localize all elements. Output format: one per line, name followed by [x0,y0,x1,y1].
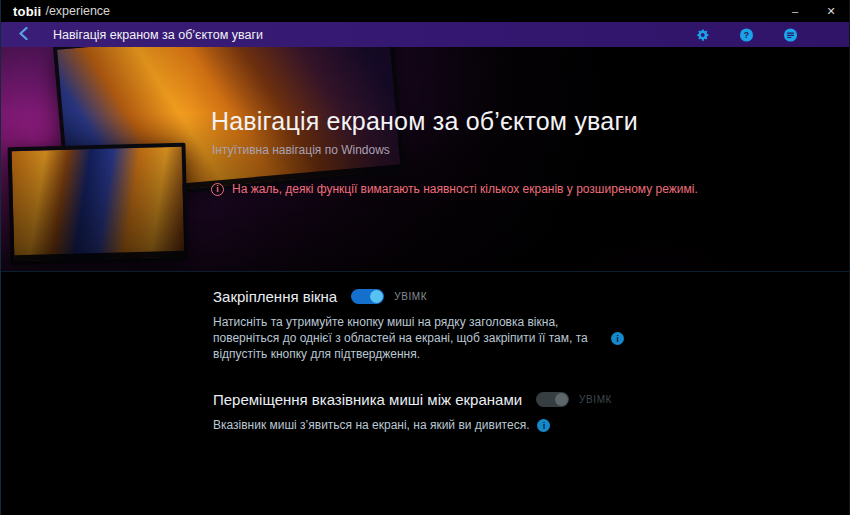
close-button[interactable]: ✕ [813,0,849,22]
setting-title: Переміщення вказівника миші між екранами [213,391,522,408]
back-button[interactable] [1,22,45,47]
feedback-icon[interactable] [783,27,798,42]
chevron-left-icon [18,26,29,44]
settings-content: Закріплення вікна УВІМК Натисніть та утр… [1,272,849,434]
app-window: tobii /experience – ✕ Навігація екраном … [0,0,850,515]
toggle-knob [555,393,568,406]
window-snapping-toggle[interactable] [351,289,384,304]
hero-content: Навігація екраном за об’єктом уваги Інту… [211,107,698,196]
gear-icon[interactable] [695,27,710,42]
setting-description: Натисніть та утримуйте кнопку миші на ря… [213,315,603,363]
toggle-knob [370,290,383,303]
setting-description: Вказівник миші з’явиться на екрані, на я… [213,418,529,434]
toggle-state-label: УВІМК [579,394,612,405]
hero-banner: Навігація екраном за об’єктом уваги Інту… [1,47,849,272]
info-icon[interactable]: i [611,332,624,345]
svg-text:?: ? [744,30,749,40]
mouse-warp-toggle [536,392,569,407]
app-name: /experience [45,4,110,18]
warning-row: i На жаль, деякі функції вимагають наявн… [211,182,698,196]
setting-section-window-snapping: Закріплення вікна УВІМК Натисніть та утр… [213,288,849,363]
nav-icon-group: ? [695,22,798,47]
setting-description-row: Вказівник миші з’явиться на екрані, на я… [213,418,849,434]
nav-bar: Навігація екраном за об’єктом уваги ? [1,22,849,47]
window-controls: – ✕ [777,0,849,22]
page-subtitle: Інтуїтивна навігація по Windows [212,143,698,157]
warning-info-icon: i [211,183,224,196]
nav-title: Навігація екраном за об’єктом уваги [53,28,263,42]
setting-row: Переміщення вказівника миші між екранами… [213,391,849,408]
titlebar: tobii /experience – ✕ [1,0,849,22]
minimize-button[interactable]: – [777,0,813,22]
help-icon[interactable]: ? [739,27,754,42]
warning-text: На жаль, деякі функції вимагають наявнос… [232,182,698,196]
page-title: Навігація екраном за об’єктом уваги [211,107,698,136]
setting-description-row: Натисніть та утримуйте кнопку миші на ря… [213,315,849,363]
info-icon[interactable]: i [537,419,550,432]
setting-section-mouse-warp: Переміщення вказівника миші між екранами… [213,391,849,434]
setting-title: Закріплення вікна [213,288,337,305]
tobii-logo: tobii [13,4,41,19]
toggle-state-label: УВІМК [394,291,427,302]
setting-row: Закріплення вікна УВІМК [213,288,849,305]
